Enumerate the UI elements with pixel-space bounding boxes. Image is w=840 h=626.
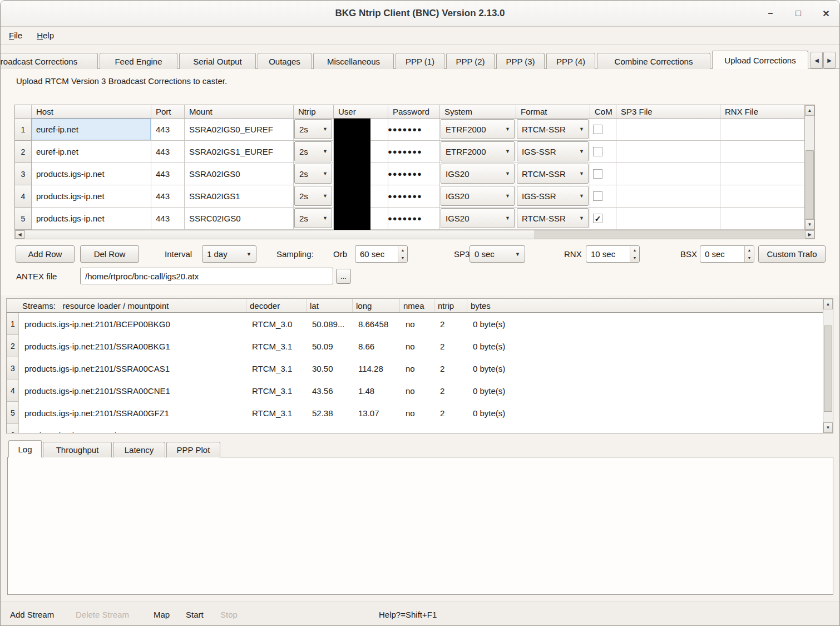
spin-up-icon[interactable]: ▲	[630, 246, 639, 254]
sp3-dropdown[interactable]: 0 sec▼	[470, 245, 525, 263]
com-checkbox[interactable]	[593, 191, 602, 201]
minimize-icon[interactable]: –	[765, 8, 776, 18]
tab-log[interactable]: Log	[8, 440, 42, 457]
sp3-file-cell[interactable]	[616, 163, 720, 185]
mount-cell[interactable]: SSRC02IGS0	[185, 208, 294, 230]
host-cell[interactable]: products.igs-ip.net	[32, 208, 151, 230]
system-dropdown[interactable]: ETRF2000▼	[441, 141, 515, 161]
stream-row[interactable]: 1 products.igs-ip.net:2101/BCEP00BKG0 RT…	[7, 313, 823, 335]
header-ntrip[interactable]: Ntrip	[294, 105, 334, 119]
header-user[interactable]: User	[334, 105, 388, 119]
rnx-file-cell[interactable]	[720, 163, 804, 185]
password-cell[interactable]: ●●●●●●●	[388, 141, 440, 163]
rnx-spinner[interactable]: 10 sec ▲▼	[586, 245, 640, 263]
scrollbar-thumb[interactable]	[25, 230, 535, 239]
password-cell[interactable]: ●●●●●●●	[388, 163, 440, 185]
port-cell[interactable]: 443	[151, 119, 185, 141]
stream-row-partial[interactable]: 6 products.igs-ip.net:2101/…	[7, 424, 823, 433]
row-number[interactable]: 2	[15, 141, 32, 163]
bsx-spinner[interactable]: 0 sec ▲▼	[700, 245, 754, 263]
host-cell[interactable]: euref-ip.net	[32, 141, 151, 163]
password-cell[interactable]: ●●●●●●●	[388, 119, 440, 141]
port-cell[interactable]: 443	[151, 141, 185, 163]
password-cell[interactable]: ●●●●●●●	[388, 208, 440, 230]
tab-feed-engine[interactable]: Feed Engine	[100, 53, 177, 69]
port-cell[interactable]: 443	[151, 208, 185, 230]
tab-scroll-right-icon[interactable]: ▶	[823, 52, 836, 68]
header-bytes[interactable]: bytes	[467, 299, 823, 312]
close-icon[interactable]: ✕	[821, 8, 832, 19]
system-dropdown[interactable]: IGS20▼	[441, 186, 515, 206]
scroll-left-icon[interactable]: ◀	[15, 230, 24, 239]
stream-row[interactable]: 5 products.igs-ip.net:2101/SSRA00GFZ1 RT…	[7, 402, 823, 424]
header-sp3-file[interactable]: SP3 File	[616, 105, 720, 119]
tab-throughput[interactable]: Throughput	[43, 442, 112, 457]
rnx-file-cell[interactable]	[720, 141, 804, 163]
header-format[interactable]: Format	[516, 105, 590, 119]
row-number[interactable]: 2	[7, 335, 19, 357]
header-nmea[interactable]: nmea	[400, 299, 434, 312]
upload-table-vertical-scrollbar[interactable]: ▲ ▼	[804, 105, 814, 230]
browse-button[interactable]: ...	[336, 269, 351, 284]
custom-trafo-button[interactable]: Custom Trafo	[758, 245, 826, 263]
spin-up-icon[interactable]: ▲	[398, 246, 407, 254]
header-port[interactable]: Port	[151, 105, 185, 119]
row-number[interactable]: 5	[15, 208, 32, 230]
row-number[interactable]: 1	[7, 313, 19, 335]
tab-latency[interactable]: Latency	[113, 442, 165, 457]
port-cell[interactable]: 443	[151, 163, 185, 185]
scrollbar-thumb[interactable]	[806, 150, 814, 219]
port-cell[interactable]: 443	[151, 185, 185, 208]
tab-ppp-1[interactable]: PPP (1)	[396, 53, 444, 69]
mount-cell[interactable]: SSRA02IGS1	[185, 185, 294, 208]
scroll-right-icon[interactable]: ▶	[805, 230, 814, 239]
system-dropdown[interactable]: IGS20▼	[441, 164, 515, 184]
tab-ppp-2[interactable]: PPP (2)	[446, 53, 495, 69]
sp3-file-cell[interactable]	[616, 119, 720, 141]
interval-dropdown[interactable]: 1 day▼	[202, 245, 256, 263]
log-output-panel[interactable]	[7, 457, 833, 595]
stream-row[interactable]: 3 products.igs-ip.net:2101/SSRA00CAS1 RT…	[7, 357, 823, 379]
add-row-button[interactable]: Add Row	[16, 245, 75, 263]
row-number[interactable]: 4	[7, 379, 19, 402]
password-cell[interactable]: ●●●●●●●	[388, 185, 440, 208]
com-checkbox[interactable]: ✓	[593, 214, 602, 223]
stream-row[interactable]: 4 products.igs-ip.net:2101/SSRA00CNE1 RT…	[7, 379, 823, 402]
header-long[interactable]: long	[353, 299, 400, 312]
row-number[interactable]: 3	[7, 357, 19, 379]
header-rnx-file[interactable]: RNX File	[720, 105, 804, 119]
mount-cell[interactable]: SSRA02IGS1_EUREF	[185, 141, 294, 163]
header-lat[interactable]: lat	[307, 299, 353, 312]
scroll-down-icon[interactable]: ▼	[823, 422, 833, 433]
tab-scroll-left-icon[interactable]: ◀	[811, 52, 823, 68]
del-row-button[interactable]: Del Row	[80, 245, 139, 263]
sp3-file-cell[interactable]	[616, 141, 720, 163]
ntrip-dropdown[interactable]: 2s▼	[294, 208, 332, 228]
tab-serial-output[interactable]: Serial Output	[179, 53, 256, 69]
tab-upload-corrections[interactable]: Upload Corrections	[712, 51, 808, 69]
header-streams-mountpoint[interactable]: Streams: resource loader / mountpoint	[7, 299, 246, 312]
upload-table-horizontal-scrollbar[interactable]: ◀ ▶	[14, 230, 815, 239]
row-number[interactable]: 4	[15, 185, 32, 208]
tab-broadcast-corrections[interactable]: Broadcast Corrections	[1, 53, 98, 69]
stream-row[interactable]: 2 products.igs-ip.net:2101/SSRA00BKG1 RT…	[7, 335, 823, 357]
header-password[interactable]: Password	[388, 105, 440, 119]
format-dropdown[interactable]: IGS-SSR▼	[517, 186, 589, 206]
antex-file-input[interactable]	[80, 268, 333, 284]
header-mount[interactable]: Mount	[185, 105, 294, 119]
tab-ppp-plot[interactable]: PPP Plot	[166, 442, 220, 457]
scrollbar-thumb[interactable]	[824, 326, 832, 412]
tab-outages[interactable]: Outages	[258, 53, 312, 69]
host-cell[interactable]: products.igs-ip.net	[32, 185, 151, 208]
scroll-up-icon[interactable]: ▲	[823, 299, 833, 309]
map-button[interactable]: Map	[154, 602, 170, 626]
format-dropdown[interactable]: RTCM-SSR▼	[517, 164, 589, 184]
sp3-file-cell[interactable]	[616, 185, 720, 208]
row-number[interactable]: 6	[7, 424, 19, 433]
rnx-file-cell[interactable]	[720, 185, 804, 208]
format-dropdown[interactable]: RTCM-SSR▼	[517, 208, 589, 228]
header-com[interactable]: CoM	[590, 105, 616, 119]
header-host[interactable]: Host	[32, 105, 151, 119]
sp3-file-cell[interactable]	[616, 208, 720, 230]
maximize-icon[interactable]: □	[793, 8, 804, 18]
